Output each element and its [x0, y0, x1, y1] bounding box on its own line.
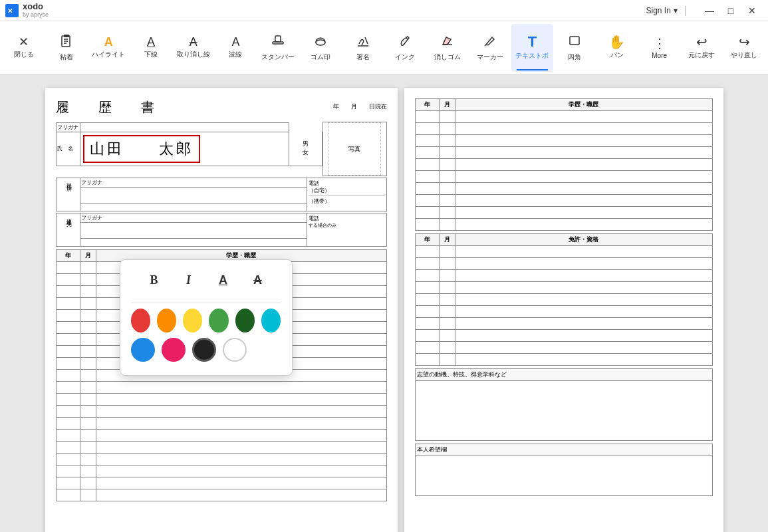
name-input[interactable]: 山田 太郎	[83, 135, 200, 163]
phone-label: 電話	[309, 180, 385, 187]
month-header: 月	[80, 250, 96, 262]
address-zip[interactable]	[80, 203, 307, 211]
color-cyan[interactable]	[261, 309, 281, 332]
highlight-icon: A	[104, 36, 113, 48]
marker-icon	[483, 33, 497, 51]
table-row	[415, 207, 712, 219]
cert-header: 免許・資格	[455, 234, 712, 246]
tool-underline-label: 下線	[144, 50, 158, 59]
table-row	[415, 219, 712, 231]
resume-date: 年 月 日現在	[333, 102, 387, 111]
bold-button[interactable]: B	[142, 268, 166, 292]
table-row	[415, 258, 712, 270]
more-icon: ⋮	[653, 37, 666, 50]
tool-close-label: 閉じる	[14, 50, 34, 59]
tool-pan[interactable]: ✋ パン	[596, 24, 638, 72]
resume-title: 履 歴 書	[56, 98, 162, 116]
color-yellow[interactable]	[183, 309, 202, 332]
maximize-button[interactable]: □	[720, 4, 741, 17]
table-row	[415, 354, 712, 366]
contact-label: 連 絡 先	[56, 213, 80, 247]
undo-icon: ↩	[696, 35, 707, 49]
furigana-field[interactable]	[80, 122, 289, 132]
format-popup: B I A A	[120, 259, 293, 376]
tool-ink[interactable]: インク	[384, 24, 426, 72]
tool-undo[interactable]: ↩ 元に戻す	[681, 24, 723, 72]
phone-cell: 電話 （自宅） （携帯）	[307, 178, 386, 211]
motive-header: 志望の動機、特技、得意学科など	[415, 369, 712, 381]
address-field[interactable]	[80, 188, 307, 203]
resume-left-page: 履 歴 書 年 月 日現在 フリガナ	[45, 88, 398, 532]
name-cell[interactable]: 山田 太郎	[80, 132, 289, 166]
ink-icon	[398, 33, 412, 51]
tool-wave[interactable]: A 波線	[215, 24, 257, 72]
resume-right-page: 年 月 学歴・職歴	[404, 88, 723, 532]
app-subname: by apryse	[23, 12, 49, 19]
table-row	[415, 159, 712, 171]
tool-highlight[interactable]: A ハイライト	[87, 24, 130, 72]
tool-marker[interactable]: マーカー	[469, 24, 511, 72]
strikethrough-button[interactable]: A	[246, 268, 270, 292]
close-button[interactable]: ✕	[741, 4, 763, 17]
table-row	[415, 282, 712, 294]
underline-button[interactable]: A	[211, 268, 235, 292]
tool-sign[interactable]: 署名	[342, 24, 384, 72]
tool-sign-label: 署名	[356, 53, 370, 62]
table-row	[415, 147, 712, 159]
motive-field[interactable]	[415, 381, 712, 441]
tool-more[interactable]: ⋮ More	[638, 24, 681, 72]
tool-pan-label: パン	[610, 51, 624, 60]
signin-button[interactable]: Sign In ▾	[646, 6, 677, 15]
table-row	[56, 394, 386, 406]
table-row	[56, 466, 386, 477]
svg-text:✕: ✕	[7, 7, 13, 15]
color-blue[interactable]	[131, 338, 155, 362]
tool-eraser[interactable]: 消しゴム	[426, 24, 469, 72]
color-orange[interactable]	[157, 309, 176, 332]
note-section: 本人希望欄	[415, 444, 713, 496]
tool-eraser-label: 消しゴム	[434, 53, 461, 62]
popup-divider-1	[131, 303, 281, 303]
tool-more-label: More	[652, 52, 667, 59]
rect-icon	[567, 33, 582, 51]
tool-textbox[interactable]: T テキストボ	[511, 24, 554, 72]
app-name: xodo	[23, 2, 49, 11]
tool-strikethrough[interactable]: A 取り消し線	[172, 24, 215, 72]
format-style-row: B I A A	[131, 268, 281, 292]
contact-phone-cell: 電話 する場合のみ	[307, 213, 386, 247]
tool-underline[interactable]: A 下線	[130, 24, 172, 72]
tool-rect[interactable]: 四角	[553, 24, 596, 72]
table-row	[415, 111, 712, 123]
address-label: 現 住 所	[56, 178, 80, 211]
color-dark-green[interactable]	[235, 309, 255, 332]
contact-address-field[interactable]	[80, 223, 307, 239]
table-row	[56, 477, 386, 489]
document-area[interactable]: 履 歴 書 年 月 日現在 フリガナ	[0, 74, 768, 532]
name-label: 氏 名	[56, 132, 80, 166]
color-pink[interactable]	[162, 338, 186, 362]
minimize-button[interactable]: —	[699, 4, 720, 17]
color-red[interactable]	[131, 309, 150, 332]
active-bar	[517, 69, 549, 70]
contact-zip[interactable]	[80, 239, 307, 247]
color-row-2	[131, 338, 281, 362]
svg-rect-14	[570, 37, 579, 45]
tool-paste-label: 粘着	[60, 53, 73, 62]
tool-redo[interactable]: ↪ やり直し	[723, 24, 765, 72]
italic-button[interactable]: I	[177, 268, 201, 292]
close-icon: ✕	[19, 36, 29, 48]
tool-ink-label: インク	[395, 53, 415, 62]
note-field[interactable]	[415, 456, 712, 496]
contact-furigana: フリガナ	[80, 213, 307, 223]
tool-paste[interactable]: 粘着	[45, 24, 88, 72]
tool-close[interactable]: ✕ 閉じる	[3, 24, 45, 72]
color-light-green[interactable]	[209, 309, 228, 332]
stamp-icon	[271, 33, 285, 51]
tool-stamp[interactable]: スタンパー	[257, 24, 299, 72]
color-white[interactable]	[223, 338, 247, 362]
color-black[interactable]	[192, 338, 216, 362]
tool-rubber[interactable]: ゴム印	[299, 24, 342, 72]
contact-phone-label: 電話	[309, 215, 385, 222]
titlebar: ✕ xodo by apryse Sign In ▾ | — □ ✕	[0, 0, 768, 21]
name-value: 山田 太郎	[90, 140, 193, 157]
